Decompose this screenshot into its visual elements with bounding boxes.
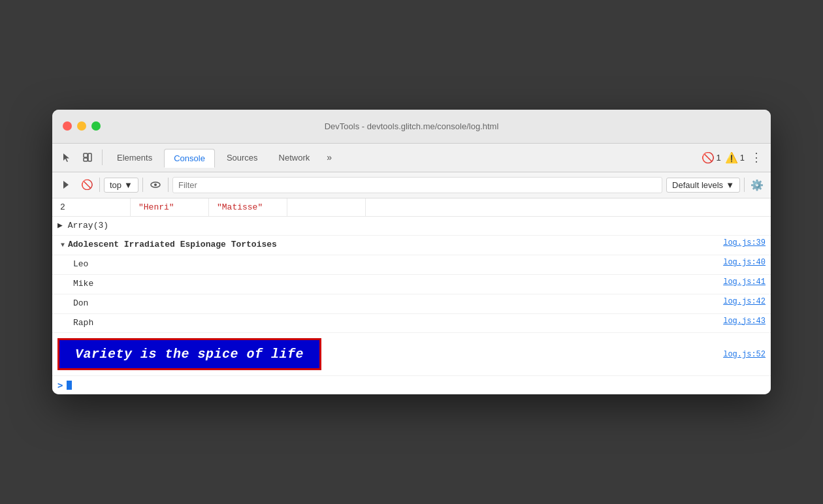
close-button[interactable] [63,121,72,131]
group-item-1-link[interactable]: log.js:41 [723,277,766,287]
table-cell-first: "Henri" [131,198,209,216]
console-content: 2 "Henri" "Matisse" ▶ Array(3) ▼ Adolesc… [52,198,771,395]
tab-sources[interactable]: Sources [218,149,267,166]
table-header-row: 2 "Henri" "Matisse" [52,198,771,217]
group-item-2-link[interactable]: log.js:42 [723,297,766,306]
tab-console[interactable]: Console [164,149,215,168]
group-item-2-name: Don [73,297,723,311]
minimize-button[interactable] [77,121,86,131]
array-label[interactable]: ▶ Array(3) [57,219,766,233]
cursor-icon[interactable] [57,148,76,166]
devtools-window: DevTools - devtools.glitch.me/console/lo… [52,110,771,395]
styled-link[interactable]: log.js:52 [723,350,766,359]
context-dropdown-icon: ▼ [124,180,133,190]
svg-marker-3 [63,181,69,189]
titlebar: DevTools - devtools.glitch.me/console/lo… [52,110,771,144]
group-item-3: Raph log.js:43 [52,314,771,334]
group-item-3-name: Raph [73,317,723,330]
styled-message-row: Variety is the spice of life log.js:52 [52,333,771,376]
group-item-2: Don log.js:42 [52,294,771,314]
window-title: DevTools - devtools.glitch.me/console/lo… [325,121,499,131]
tab-separator [102,150,103,165]
error-icon: 🚫 [702,151,715,164]
group-item-3-link[interactable]: log.js:43 [723,317,766,326]
levels-label: Default levels [672,180,723,190]
run-button[interactable] [57,176,74,193]
svg-point-5 [154,183,157,186]
toolbar-sep-3 [168,178,169,192]
toolbar-sep-2 [142,178,143,192]
toolbar-sep [99,178,100,192]
table-cell-second: "Matisse" [209,198,287,216]
group-toggle[interactable]: ▼ [57,240,68,250]
error-badge: 🚫 1 [702,151,721,164]
svg-rect-0 [84,153,88,157]
table-cell-index: 2 [52,198,131,216]
array-row: ▶ Array(3) [52,217,771,236]
context-value: top [110,180,121,190]
svg-rect-1 [84,158,88,161]
error-count: 1 [717,153,721,163]
warning-icon: ⚠️ [725,151,738,164]
maximize-button[interactable] [91,121,101,131]
clear-button[interactable]: 🚫 [78,176,95,193]
warning-count: 1 [740,153,745,163]
levels-select[interactable]: Default levels ▼ [666,178,740,193]
settings-icon[interactable]: ⚙️ [749,176,766,193]
inspect-icon[interactable] [78,148,97,166]
warning-badge: ⚠️ 1 [725,151,745,164]
window-controls [63,121,101,131]
toolbar-sep-4 [744,178,745,192]
group-item-0-link[interactable]: log.js:40 [723,258,766,267]
tab-elements[interactable]: Elements [108,149,161,166]
styled-text: Variety is the spice of life [57,338,321,370]
group-item-0: Leo log.js:40 [52,255,771,275]
group-item-0-name: Leo [73,258,723,272]
group-link[interactable]: log.js:39 [723,238,766,247]
repl-cursor[interactable] [67,381,72,390]
eye-icon[interactable] [147,176,164,193]
group-label: Adolescent Irradiated Espionage Tortoise… [68,238,723,252]
tab-network[interactable]: Network [270,149,319,166]
more-tabs-button[interactable]: » [321,150,337,165]
repl-prompt: > [57,380,63,390]
badge-area: 🚫 1 ⚠️ 1 [702,151,745,164]
levels-dropdown-icon: ▼ [726,180,734,190]
repl-row: > [52,376,771,394]
table-cell-empty [287,198,366,216]
group-item-1: Mike log.js:41 [52,275,771,294]
svg-rect-2 [88,153,91,161]
context-select[interactable]: top ▼ [104,178,138,193]
filter-input[interactable] [172,177,662,193]
more-options-icon[interactable]: ⋮ [747,148,766,166]
tab-bar: Elements Console Sources Network » 🚫 1 ⚠… [52,144,771,172]
group-item-1-name: Mike [73,277,723,291]
console-toolbar: 🚫 top ▼ Default levels ▼ ⚙️ [52,172,771,198]
group-header: ▼ Adolescent Irradiated Espionage Tortoi… [52,236,771,255]
